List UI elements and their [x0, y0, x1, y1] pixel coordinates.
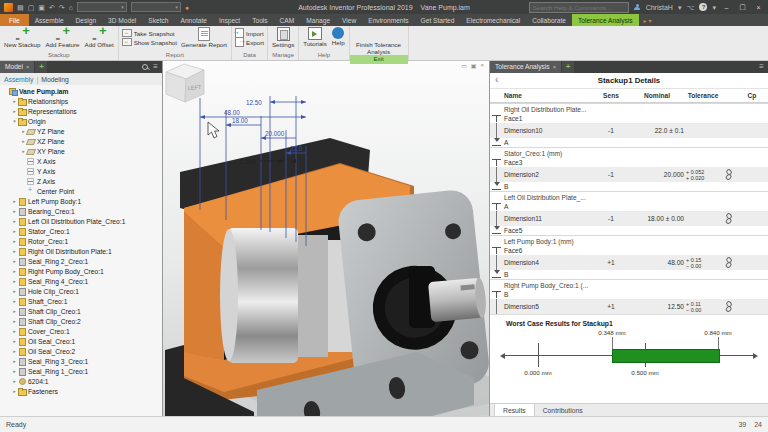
- search-input[interactable]: [529, 2, 629, 13]
- help-chevron-icon[interactable]: ▾: [712, 4, 716, 11]
- tree-item-relationships[interactable]: ▸Relationships: [0, 96, 162, 106]
- tree-item-x-axis[interactable]: X Axis: [0, 156, 162, 166]
- tree-item-right-pump-body-creo-1[interactable]: ▸Right Pump Body_Creo:1: [0, 266, 162, 276]
- ribbon-tab-environments[interactable]: Environments: [362, 14, 414, 26]
- tree-item-cover-creo-1[interactable]: ▸Cover_Creo:1: [0, 326, 162, 336]
- tree-item-xz-plane[interactable]: ▸XZ Plane: [0, 136, 162, 146]
- ribbon-tab-view[interactable]: View: [336, 14, 362, 26]
- tree-item-seal-ring-3-creo-1[interactable]: ▸Seal_Ring 3_Creo:1: [0, 356, 162, 366]
- search-icon[interactable]: [142, 64, 148, 70]
- home-icon[interactable]: ⌂: [69, 4, 73, 11]
- store-icon[interactable]: ⌥: [686, 4, 694, 11]
- ribbon-tab-electromechanical[interactable]: Electromechanical: [460, 14, 526, 26]
- component-row[interactable]: Right Oil Distribution Plate...: [490, 103, 768, 114]
- undo-icon[interactable]: ↶: [49, 4, 55, 11]
- open-icon[interactable]: ▢: [28, 4, 35, 11]
- redo-icon[interactable]: ↷: [59, 4, 65, 11]
- tree-item-y-axis[interactable]: Y Axis: [0, 166, 162, 176]
- tree-item-xy-plane[interactable]: ▸XY Plane: [0, 146, 162, 156]
- material-dropdown[interactable]: ▾: [77, 2, 127, 12]
- close-icon[interactable]: ×: [26, 64, 30, 70]
- close-button[interactable]: ×: [753, 4, 764, 11]
- back-button[interactable]: ‹: [495, 74, 498, 85]
- button-settings[interactable]: Settings: [271, 27, 295, 48]
- button-import[interactable]: Import: [235, 29, 264, 37]
- link-icon[interactable]: [722, 212, 735, 225]
- close-icon[interactable]: ×: [553, 64, 557, 70]
- add-tab-button[interactable]: +: [35, 60, 47, 73]
- tree-item-seal-ring-4-creo-1[interactable]: ▸Seal_Ring 4_Creo:1: [0, 276, 162, 286]
- button-tutorials[interactable]: Tutorials: [302, 27, 328, 47]
- component-row[interactable]: Stator_Creo:1 (mm): [490, 147, 768, 158]
- viewport-restore-icon[interactable]: ▣: [471, 62, 477, 69]
- face-row[interactable]: B: [490, 290, 768, 299]
- mode-modeling-link[interactable]: Modeling: [41, 76, 69, 83]
- tree-item-oil-seal-creo-1[interactable]: ▸Oil Seal_Creo:1: [0, 336, 162, 346]
- tree-item-shaft-clip-creo-2[interactable]: ▸Shaft Clip_Creo:2: [0, 316, 162, 326]
- save-icon[interactable]: ▣: [38, 4, 45, 11]
- view-cube[interactable]: LEFT: [162, 60, 208, 108]
- tree-item-representations[interactable]: ▸Representations: [0, 106, 162, 116]
- menu-icon[interactable]: ≡: [759, 63, 764, 71]
- dimension-row[interactable]: Dimension10-122.0 ± 0.1: [490, 123, 768, 138]
- link-icon[interactable]: [722, 256, 735, 269]
- face-row[interactable]: Face5: [490, 226, 768, 235]
- component-row[interactable]: Right Pump Body_Creo:1 (...: [490, 279, 768, 290]
- gap-dimension-label[interactable]: 0.500: [240, 158, 256, 165]
- help-icon[interactable]: ?: [699, 3, 707, 11]
- dimension-row[interactable]: Dimension2-120.000+ 0.052+ 0.020: [490, 167, 768, 182]
- ribbon-tab-collaborate[interactable]: Collaborate: [526, 14, 572, 26]
- button-add-offset[interactable]: Add Offset: [84, 27, 115, 48]
- dimension-label[interactable]: 20.000: [265, 130, 285, 137]
- dimension-row[interactable]: Dimension11-118.00 ± 0.00: [490, 211, 768, 226]
- ribbon-tab-tools[interactable]: Tools: [246, 14, 273, 26]
- inventor-logo-icon[interactable]: [4, 3, 13, 12]
- face-row[interactable]: Face3: [490, 158, 768, 167]
- tree-item-shaft-creo-1[interactable]: ▸Shaft_Creo:1: [0, 296, 162, 306]
- tree-item-center-point[interactable]: Center Point: [0, 186, 162, 196]
- link-icon[interactable]: [722, 300, 735, 313]
- ribbon-tab-inspect[interactable]: Inspect: [213, 14, 246, 26]
- dimension-label[interactable]: 12.50: [246, 99, 262, 106]
- face-row[interactable]: Face1: [490, 114, 768, 123]
- tree-item-origin[interactable]: ▾Origin: [0, 116, 162, 126]
- button-generate-report[interactable]: Generate Report: [180, 27, 228, 48]
- tree-item-shaft-clip-creo-1[interactable]: ▸Shaft Clip_Creo:1: [0, 306, 162, 316]
- tree-item-6204-1[interactable]: ▸6204:1: [0, 376, 162, 386]
- dimension-row[interactable]: Dimension4+148.00+ 0.15− 0.00: [490, 255, 768, 270]
- button-take-snapshot[interactable]: Take Snapshot: [122, 29, 177, 37]
- tree-item-right-oil-distribution-plate-1[interactable]: ▸Right Oil Distribution Plate:1: [0, 246, 162, 256]
- button-show-snapshot[interactable]: Show Snapshot: [122, 38, 177, 46]
- tree-item-seal-ring-2-creo-1[interactable]: ▸Seal_Ring 2_Creo:1: [0, 256, 162, 266]
- tolerance-range-bar[interactable]: [612, 349, 720, 363]
- face-row[interactable]: A: [490, 138, 768, 147]
- viewport[interactable]: ▭ ▣ × LEFT: [162, 60, 490, 417]
- ribbon-tab-design[interactable]: Design: [70, 14, 103, 26]
- dimension-label[interactable]: 22.0: [290, 145, 303, 152]
- ribbon-tab-annotate[interactable]: Annotate: [175, 14, 213, 26]
- tree-item-stator-creo-1[interactable]: ▸Stator_Creo:1: [0, 226, 162, 236]
- face-row[interactable]: B: [490, 182, 768, 191]
- face-row[interactable]: A: [490, 202, 768, 211]
- ribbon-tab-file[interactable]: File: [0, 14, 29, 26]
- dimension-label[interactable]: 18.00: [232, 117, 248, 124]
- button-help[interactable]: Help: [331, 27, 346, 46]
- tree-item-left-pump-body-1[interactable]: ▸Left Pump Body:1: [0, 196, 162, 206]
- tree-item-oil-seal-creo-2[interactable]: ▸Oil Seal_Creo:2: [0, 346, 162, 356]
- ribbon-tab-sketch[interactable]: Sketch: [142, 14, 174, 26]
- minimize-button[interactable]: –: [721, 4, 732, 11]
- appearance-dropdown[interactable]: ▾: [131, 2, 181, 12]
- ribbon-tab-tolerance-analysis[interactable]: Tolerance Analysis: [572, 14, 639, 26]
- ribbon-tab-get-started[interactable]: Get Started: [415, 14, 461, 26]
- user-chevron-icon[interactable]: ▾: [678, 4, 682, 11]
- dimension-row[interactable]: Dimension5+112.50+ 0.11− 0.00: [490, 299, 768, 314]
- ribbon-tab-3d-model[interactable]: 3D Model: [102, 14, 142, 26]
- face-row[interactable]: Face6: [490, 246, 768, 255]
- tree-item-left-oil-distribution-plate-creo-1[interactable]: ▸Left Oil Distribution Plate_Creo:1: [0, 216, 162, 226]
- dimension-label[interactable]: 48.00: [224, 109, 240, 116]
- button-new-stackup[interactable]: New Stackup: [3, 27, 41, 48]
- viewport-minimize-icon[interactable]: ▭: [461, 62, 467, 69]
- restore-button[interactable]: ▢: [737, 3, 748, 11]
- component-row[interactable]: Left Oil Distribution Plate_...: [490, 191, 768, 202]
- tree-item-hole-clip-creo-1[interactable]: ▸Hole Clip_Creo:1: [0, 286, 162, 296]
